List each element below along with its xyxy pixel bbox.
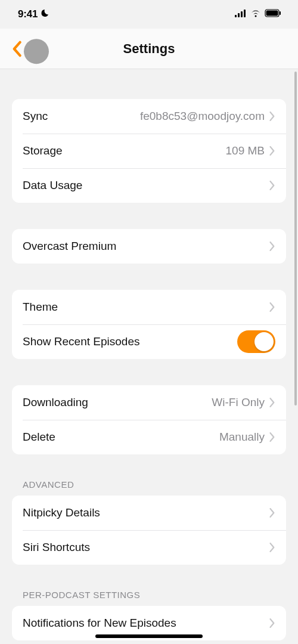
status-bar: 9:41 xyxy=(0,0,298,29)
row-nitpicky-details[interactable]: Nitpicky Details xyxy=(12,496,286,530)
section-advanced: Nitpicky Details Siri Shortcuts xyxy=(12,496,286,565)
chevron-right-icon xyxy=(269,432,275,442)
chevron-right-icon xyxy=(269,181,275,190)
wifi-icon xyxy=(250,9,261,20)
svg-rect-3 xyxy=(244,10,246,17)
chevron-right-icon xyxy=(269,508,275,518)
svg-rect-2 xyxy=(241,11,243,17)
row-label: Sync xyxy=(23,110,140,123)
row-value: Manually xyxy=(219,431,265,444)
row-value: fe0b8c53@moodjoy.com xyxy=(140,110,265,123)
svg-rect-5 xyxy=(266,11,278,16)
row-sync[interactable]: Sync fe0b8c53@moodjoy.com xyxy=(12,99,286,134)
row-label: Notifications for New Episodes xyxy=(23,617,269,630)
row-value: 109 MB xyxy=(226,144,265,157)
status-right xyxy=(235,9,281,20)
content-scroll[interactable]: Sync fe0b8c53@moodjoy.com Storage 109 MB… xyxy=(0,69,298,644)
chevron-right-icon xyxy=(269,112,275,121)
section-premium: Overcast Premium xyxy=(12,229,286,264)
section-display: Theme Show Recent Episodes xyxy=(12,290,286,359)
svg-rect-6 xyxy=(280,11,281,15)
chevron-right-icon xyxy=(269,398,275,407)
svg-rect-1 xyxy=(238,13,240,17)
do-not-disturb-icon xyxy=(40,8,49,20)
section-account: Sync fe0b8c53@moodjoy.com Storage 109 MB… xyxy=(12,99,286,203)
row-label: Storage xyxy=(23,144,226,157)
row-siri-shortcuts[interactable]: Siri Shortcuts xyxy=(12,530,286,565)
row-label: Downloading xyxy=(23,396,212,409)
row-label: Siri Shortcuts xyxy=(23,541,269,554)
home-indicator[interactable] xyxy=(95,634,203,638)
section-downloads: Downloading Wi-Fi Only Delete Manually xyxy=(12,385,286,454)
chevron-right-icon xyxy=(269,146,275,156)
toggle-knob xyxy=(254,332,274,351)
row-label: Overcast Premium xyxy=(23,240,269,253)
navigation-bar: Settings xyxy=(0,29,298,69)
scroll-indicator[interactable] xyxy=(294,72,297,405)
row-downloading[interactable]: Downloading Wi-Fi Only xyxy=(12,385,286,420)
chevron-right-icon xyxy=(269,302,275,312)
status-time: 9:41 xyxy=(18,8,38,20)
row-label: Show Recent Episodes xyxy=(23,335,237,348)
cellular-signal-icon xyxy=(235,9,247,20)
chevron-left-icon xyxy=(11,41,23,57)
row-value: Wi-Fi Only xyxy=(212,396,265,409)
row-storage[interactable]: Storage 109 MB xyxy=(12,134,286,168)
chevron-right-icon xyxy=(269,618,275,628)
row-label: Theme xyxy=(23,301,269,314)
row-overcast-premium[interactable]: Overcast Premium xyxy=(12,229,286,264)
row-label: Data Usage xyxy=(23,179,269,192)
row-label: Nitpicky Details xyxy=(23,506,269,519)
row-label: Delete xyxy=(23,431,219,444)
toggle-show-recent-episodes[interactable] xyxy=(237,330,275,353)
avatar[interactable] xyxy=(24,39,49,64)
chevron-right-icon xyxy=(269,242,275,251)
row-theme[interactable]: Theme xyxy=(12,290,286,324)
row-show-recent-episodes: Show Recent Episodes xyxy=(12,324,286,359)
row-data-usage[interactable]: Data Usage xyxy=(12,168,286,203)
battery-icon xyxy=(265,9,281,20)
row-delete[interactable]: Delete Manually xyxy=(12,420,286,454)
section-header-advanced: ADVANCED xyxy=(12,479,286,490)
chevron-right-icon xyxy=(269,543,275,552)
section-header-per-podcast: PER-PODCAST SETTINGS xyxy=(12,590,286,600)
status-left: 9:41 xyxy=(18,8,49,20)
svg-rect-0 xyxy=(235,15,237,17)
